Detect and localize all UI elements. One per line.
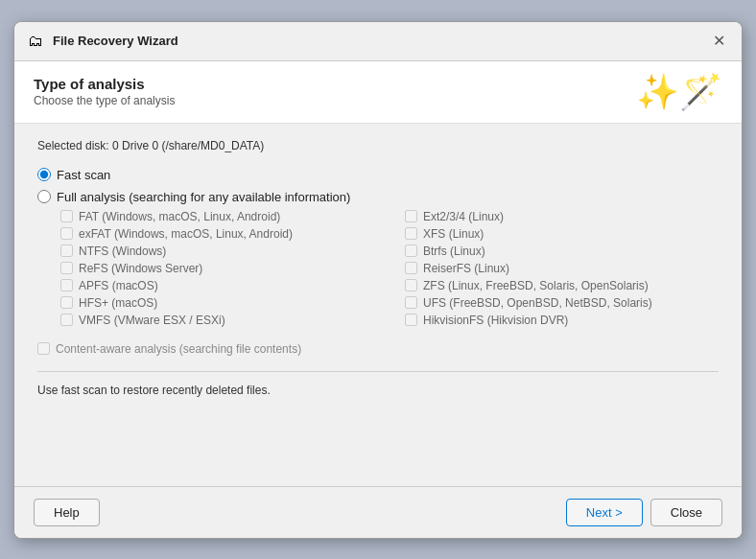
full-analysis-row: Full analysis (searching for any availab… xyxy=(37,190,719,204)
header-section: Type of analysis Choose the type of anal… xyxy=(14,61,742,124)
fs-zfs-checkbox xyxy=(405,279,417,291)
fs-ext234-label: Ext2/3/4 (Linux) xyxy=(423,210,504,223)
header-main-title: Type of analysis xyxy=(34,76,175,92)
fs-zfs-label: ZFS (Linux, FreeBSD, Solaris, OpenSolari… xyxy=(423,279,649,292)
fs-ufs: UFS (FreeBSD, OpenBSD, NetBSD, Solaris) xyxy=(405,296,719,310)
content-aware-checkbox xyxy=(37,342,50,355)
fs-hikvision-checkbox xyxy=(405,314,417,326)
header-sub-title: Choose the type of analysis xyxy=(34,94,175,107)
close-button[interactable]: Close xyxy=(650,499,722,526)
fast-scan-radio[interactable] xyxy=(37,168,51,181)
fs-fat: FAT (Windows, macOS, Linux, Android) xyxy=(60,210,374,223)
full-analysis-option[interactable]: Full analysis (searching for any availab… xyxy=(37,190,350,204)
selected-disk-label: Selected disk: 0 Drive 0 (/share/MD0_DAT… xyxy=(37,139,719,152)
fs-vmfs: VMFS (VMware ESX / ESXi) xyxy=(60,314,374,327)
fs-fat-label: FAT (Windows, macOS, Linux, Android) xyxy=(79,210,280,223)
fs-hfsplus-label: HFS+ (macOS) xyxy=(79,296,157,310)
fs-hikvision: HikvisionFS (Hikvision DVR) xyxy=(405,314,719,327)
fs-zfs: ZFS (Linux, FreeBSD, Solaris, OpenSolari… xyxy=(405,279,719,292)
filesystem-grid: FAT (Windows, macOS, Linux, Android) Ext… xyxy=(60,210,719,327)
fs-apfs-label: APFS (macOS) xyxy=(79,279,158,292)
fs-vmfs-checkbox xyxy=(60,314,73,326)
content-area: Selected disk: 0 Drive 0 (/share/MD0_DAT… xyxy=(14,124,742,486)
dialog-title: File Recovery Wizard xyxy=(53,34,178,48)
fs-xfs-label: XFS (Linux) xyxy=(423,227,484,241)
fs-reiserfs-checkbox xyxy=(405,262,417,274)
dialog-close-button[interactable]: ✕ xyxy=(707,30,730,53)
fs-apfs-checkbox xyxy=(60,279,73,291)
fs-refs-checkbox xyxy=(60,262,73,274)
fs-reiserfs-label: ReiserFS (Linux) xyxy=(423,262,509,275)
fs-vmfs-label: VMFS (VMware ESX / ESXi) xyxy=(79,314,225,327)
header-text: Type of analysis Choose the type of anal… xyxy=(34,76,175,107)
right-buttons: Next > Close xyxy=(566,499,722,526)
full-analysis-radio[interactable] xyxy=(37,190,51,203)
title-bar-left: 🗂 File Recovery Wizard xyxy=(26,32,178,51)
full-analysis-label: Full analysis (searching for any availab… xyxy=(57,190,350,204)
fs-btrfs-checkbox xyxy=(405,245,417,257)
fs-exfat-label: exFAT (Windows, macOS, Linux, Android) xyxy=(79,227,293,241)
fs-hfsplus-checkbox xyxy=(60,296,73,309)
wizard-icon: ✨🪄 xyxy=(636,75,722,109)
fast-scan-option[interactable]: Fast scan xyxy=(37,168,719,182)
fs-ext234: Ext2/3/4 (Linux) xyxy=(405,210,719,223)
dialog: 🗂 File Recovery Wizard ✕ Type of analysi… xyxy=(13,21,743,539)
fs-ufs-checkbox xyxy=(405,296,417,309)
fs-fat-checkbox xyxy=(60,210,73,222)
fs-btrfs: Btrfs (Linux) xyxy=(405,245,719,258)
fs-btrfs-label: Btrfs (Linux) xyxy=(423,245,485,258)
next-button[interactable]: Next > xyxy=(566,499,643,526)
fs-refs: ReFS (Windows Server) xyxy=(60,262,374,275)
app-icon: 🗂 xyxy=(26,32,45,51)
fs-reiserfs: ReiserFS (Linux) xyxy=(405,262,719,275)
fs-ntfs-checkbox xyxy=(60,245,73,257)
fs-ntfs-label: NTFS (Windows) xyxy=(79,245,166,258)
help-button[interactable]: Help xyxy=(34,499,100,526)
fs-ext234-checkbox xyxy=(405,210,417,222)
content-aware-label: Content-aware analysis (searching file c… xyxy=(56,342,301,356)
content-aware-option: Content-aware analysis (searching file c… xyxy=(37,342,719,356)
fs-xfs-checkbox xyxy=(405,227,417,240)
fs-apfs: APFS (macOS) xyxy=(60,279,374,292)
button-bar: Help Next > Close xyxy=(14,486,742,538)
fs-ufs-label: UFS (FreeBSD, OpenBSD, NetBSD, Solaris) xyxy=(423,296,652,310)
title-bar: 🗂 File Recovery Wizard ✕ xyxy=(14,22,742,61)
footer-note: Use fast scan to restore recently delete… xyxy=(37,371,719,397)
fast-scan-label: Fast scan xyxy=(57,168,110,182)
fs-exfat: exFAT (Windows, macOS, Linux, Android) xyxy=(60,227,374,241)
fs-exfat-checkbox xyxy=(60,227,73,240)
fs-ntfs: NTFS (Windows) xyxy=(60,245,374,258)
fs-xfs: XFS (Linux) xyxy=(405,227,719,241)
fs-refs-label: ReFS (Windows Server) xyxy=(79,262,202,275)
fs-hfsplus: HFS+ (macOS) xyxy=(60,296,374,310)
fs-hikvision-label: HikvisionFS (Hikvision DVR) xyxy=(423,314,568,327)
